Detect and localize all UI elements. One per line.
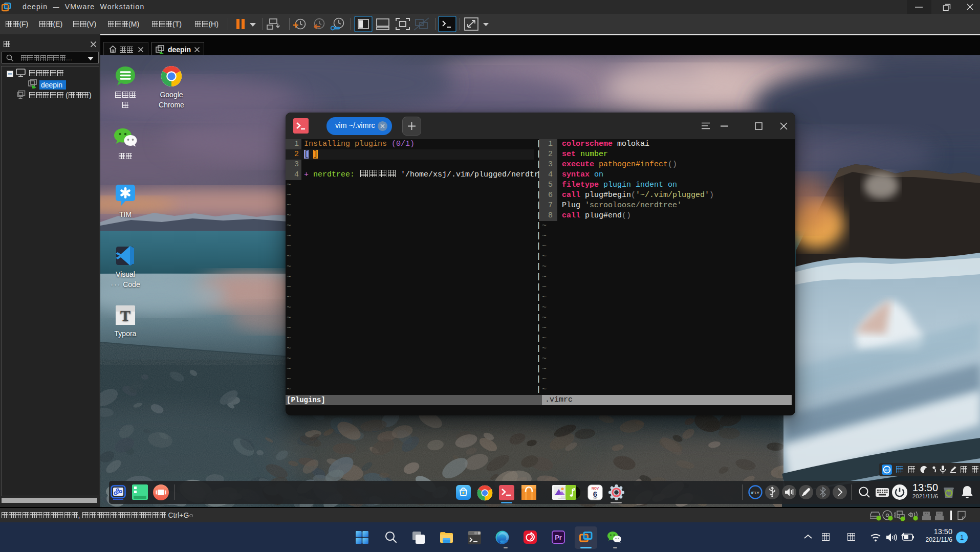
svg-text:T: T	[120, 307, 130, 324]
svg-text:SAT: SAT	[593, 497, 598, 500]
svg-text:iFLY: iFLY	[884, 469, 890, 472]
svg-text:Pr: Pr	[555, 534, 562, 541]
svg-text:iFLY: iFLY	[751, 491, 760, 495]
